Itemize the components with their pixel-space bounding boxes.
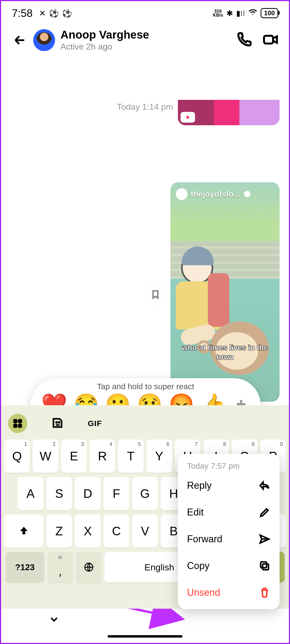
chat-area: Today 1:14 pm thejoyofslo... who at time… xyxy=(1,102,289,112)
keyboard-settings-button[interactable] xyxy=(126,417,138,430)
svg-rect-9 xyxy=(14,424,17,427)
key-v[interactable]: V xyxy=(132,514,158,548)
menu-item-copy[interactable]: Copy xyxy=(178,552,280,579)
key-r[interactable]: R4 xyxy=(90,440,115,473)
svg-rect-5 xyxy=(261,562,266,568)
shared-reel-message[interactable]: thejoyofslo... who at times lives in the… xyxy=(170,182,280,402)
video-call-button[interactable] xyxy=(263,32,278,48)
pencil-icon xyxy=(259,506,270,518)
keyboard-collapse-button[interactable] xyxy=(48,613,60,626)
key-a[interactable]: A xyxy=(18,477,43,510)
avatar[interactable] xyxy=(33,29,55,51)
cellular-signal-icon: ▮⁞⁞ xyxy=(236,9,245,18)
numbers-key[interactable]: ?123 xyxy=(5,552,44,582)
system-navbar xyxy=(1,608,289,643)
svg-point-11 xyxy=(56,422,57,423)
status-bar: 7:58 ✕ ⚽ ⚽ 316 KB/s ✱ ▮⁞⁞ 100 xyxy=(1,1,289,25)
key-x[interactable]: X xyxy=(75,514,101,548)
key-z[interactable]: Z xyxy=(46,514,72,548)
shared-reel-author: thejoyofslo... xyxy=(176,188,251,200)
key-e[interactable]: E3 xyxy=(61,440,87,473)
football-icon-2: ⚽ xyxy=(62,9,72,18)
sticker-button[interactable] xyxy=(51,417,64,430)
gif-button[interactable]: GIF xyxy=(88,419,102,428)
back-button[interactable] xyxy=(12,33,28,47)
menu-item-unsend[interactable]: Unsend xyxy=(178,579,280,606)
message-context-menu: Today 7:57 pm Reply Edit Forward Copy Un… xyxy=(178,454,280,609)
wifi-icon xyxy=(248,7,257,19)
key-y[interactable]: Y6 xyxy=(147,440,172,473)
keyboard-apps-button[interactable] xyxy=(8,414,27,433)
svg-rect-8 xyxy=(18,420,21,423)
status-time: 7:58 xyxy=(12,7,33,19)
key-g[interactable]: G xyxy=(132,477,158,510)
chat-active-status: Active 2h ago xyxy=(60,42,232,52)
home-handle[interactable] xyxy=(108,635,182,638)
svg-rect-0 xyxy=(264,36,273,43)
chat-header: Anoop Varghese Active 2h ago xyxy=(1,25,289,59)
shared-reel-caption: who at times lives in the town xyxy=(170,343,280,362)
shift-key[interactable] xyxy=(4,514,43,548)
menu-item-reply[interactable]: Reply xyxy=(178,472,280,499)
key-w[interactable]: W2 xyxy=(33,440,58,473)
chat-name: Anoop Varghese xyxy=(60,28,232,41)
key-c[interactable]: C xyxy=(104,514,129,548)
key-q[interactable]: Q1 xyxy=(4,440,30,473)
previous-media-message[interactable] xyxy=(178,100,280,125)
battery-indicator: 100 xyxy=(261,8,278,18)
bluetooth-icon: ✱ xyxy=(226,9,233,18)
play-icon xyxy=(181,112,195,123)
football-icon: ⚽ xyxy=(49,9,59,18)
reaction-hint-text: Tap and hold to super react xyxy=(39,382,253,391)
key-s[interactable]: S xyxy=(46,477,72,510)
context-menu-timestamp: Today 7:57 pm xyxy=(178,461,280,472)
send-icon xyxy=(259,533,270,545)
language-key[interactable] xyxy=(76,552,102,582)
trash-icon xyxy=(259,587,270,598)
reply-icon xyxy=(259,480,270,491)
audio-call-button[interactable] xyxy=(237,32,253,48)
key-d[interactable]: D xyxy=(75,477,101,510)
key-t[interactable]: T5 xyxy=(118,440,143,473)
svg-point-12 xyxy=(59,422,60,423)
chat-title-block[interactable]: Anoop Varghese Active 2h ago xyxy=(60,28,232,52)
key-f[interactable]: F xyxy=(104,477,129,510)
save-bookmark-button[interactable] xyxy=(145,284,166,305)
svg-rect-4 xyxy=(263,564,269,570)
menu-item-edit[interactable]: Edit xyxy=(178,499,280,526)
copy-icon xyxy=(259,560,270,572)
svg-rect-10 xyxy=(18,424,21,427)
menu-item-forward[interactable]: Forward xyxy=(178,526,280,552)
svg-rect-7 xyxy=(14,420,17,423)
network-rate: 316 KB/s xyxy=(213,9,223,17)
comma-key[interactable]: ☺ , xyxy=(47,552,73,582)
svg-point-1 xyxy=(244,191,250,197)
no-location-icon: ✕ xyxy=(39,9,46,18)
verified-badge-icon xyxy=(243,190,251,198)
